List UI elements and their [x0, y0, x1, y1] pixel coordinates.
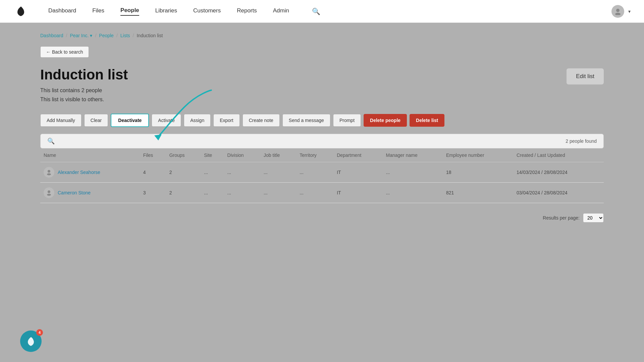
breadcrumb-dashboard[interactable]: Dashboard: [40, 33, 63, 38]
svg-point-0: [616, 9, 620, 12]
col-employee-number: Employee number: [443, 148, 513, 162]
nav-people[interactable]: People: [120, 7, 139, 16]
assign-button[interactable]: Assign: [184, 114, 211, 127]
page-header: Induction list This list contains 2 peop…: [40, 67, 604, 104]
create-note-button[interactable]: Create note: [243, 114, 280, 127]
row2-site: ...: [201, 183, 224, 203]
row2-name-link[interactable]: Cameron Stone: [58, 190, 91, 195]
activate-button[interactable]: Activate: [152, 114, 181, 127]
row1-job-title: ...: [260, 162, 296, 183]
svg-point-1: [615, 13, 621, 15]
search-input[interactable]: [58, 138, 566, 144]
delete-people-button[interactable]: Delete people: [364, 114, 407, 127]
svg-point-5: [48, 190, 50, 193]
col-department: Department: [333, 148, 382, 162]
row1-files: 4: [140, 162, 166, 183]
row2-created-updated: 03/04/2024 / 28/08/2024: [513, 183, 604, 203]
col-division: Division: [224, 148, 260, 162]
people-table: Name Files Groups Site Division Job titl…: [40, 148, 604, 203]
main-content: Dashboard / Pear Inc. ▾ / People / Lists…: [0, 23, 644, 233]
people-table-wrap: Name Files Groups Site Division Job titl…: [40, 148, 604, 203]
table-row: Alexander Seahorse 4 2 ... ... ... ... I…: [40, 162, 604, 183]
bottom-widget[interactable]: 4: [20, 330, 42, 352]
row1-name-link[interactable]: Alexander Seahorse: [58, 170, 100, 175]
page-title: Induction list: [40, 67, 128, 82]
row1-manager: ...: [383, 162, 443, 183]
back-to-search-button[interactable]: ← Back to search: [40, 46, 89, 58]
breadcrumb-org[interactable]: Pear Inc. ▾: [70, 33, 92, 38]
row2-manager: ...: [383, 183, 443, 203]
results-per-page-select[interactable]: 20 50 100: [583, 213, 604, 223]
col-site: Site: [201, 148, 224, 162]
edit-list-button[interactable]: Edit list: [567, 68, 604, 84]
breadcrumb-sep-4: /: [133, 33, 134, 38]
col-groups: Groups: [166, 148, 201, 162]
page-info: Induction list This list contains 2 peop…: [40, 67, 128, 104]
row1-name-cell: Alexander Seahorse: [40, 162, 140, 183]
breadcrumb-current: Induction list: [137, 33, 163, 38]
col-created-updated: Created / Last Updated: [513, 148, 604, 162]
widget-badge: 4: [36, 329, 43, 336]
nav-libraries[interactable]: Libraries: [155, 7, 177, 15]
col-files: Files: [140, 148, 166, 162]
chevron-down-icon: ▾: [90, 33, 92, 38]
row1-site: ...: [201, 162, 224, 183]
row2-territory: ...: [296, 183, 333, 203]
nav-reports[interactable]: Reports: [237, 7, 257, 15]
nav-files[interactable]: Files: [92, 7, 104, 15]
row1-employee-number: 18: [443, 162, 513, 183]
send-message-button[interactable]: Send a message: [282, 114, 330, 127]
svg-point-6: [47, 194, 51, 196]
nav-customers[interactable]: Customers: [193, 7, 221, 15]
search-row: 🔍 2 people found: [40, 134, 604, 148]
col-territory: Territory: [296, 148, 333, 162]
row2-employee-number: 821: [443, 183, 513, 203]
chevron-down-icon[interactable]: ▾: [628, 9, 631, 14]
row1-territory: ...: [296, 162, 333, 183]
breadcrumb-sep-1: /: [66, 33, 67, 38]
svg-point-4: [47, 173, 51, 175]
breadcrumb-lists[interactable]: Lists: [120, 33, 130, 38]
nav-dashboard[interactable]: Dashboard: [48, 7, 76, 15]
navigation: Dashboard Files People Libraries Custome…: [0, 0, 644, 23]
delete-list-button[interactable]: Delete list: [410, 114, 444, 127]
table-row: Cameron Stone 3 2 ... ... ... ... IT ...…: [40, 183, 604, 203]
avatar[interactable]: [611, 5, 624, 18]
svg-point-3: [48, 170, 50, 173]
nav-right: ▾: [611, 5, 631, 18]
col-name: Name: [40, 148, 140, 162]
row1-created-updated: 14/03/2024 / 28/08/2024: [513, 162, 604, 183]
breadcrumb-sep-2: /: [95, 33, 96, 38]
avatar: [44, 187, 54, 198]
row2-job-title: ...: [260, 183, 296, 203]
row2-files: 3: [140, 183, 166, 203]
row1-division: ...: [224, 162, 260, 183]
row2-groups: 2: [166, 183, 201, 203]
col-manager: Manager name: [383, 148, 443, 162]
col-job-title: Job title: [260, 148, 296, 162]
avatar: [44, 167, 54, 178]
breadcrumb-people[interactable]: People: [99, 33, 114, 38]
app-logo[interactable]: [13, 4, 28, 19]
clear-button[interactable]: Clear: [84, 114, 108, 127]
search-results-count: 2 people found: [566, 138, 597, 144]
subtitle-line2: This list is visible to others.: [40, 95, 128, 104]
row2-division: ...: [224, 183, 260, 203]
nav-admin[interactable]: Admin: [273, 7, 289, 15]
subtitle-line1: This list contains 2 people: [40, 86, 128, 95]
deactivate-button[interactable]: Deactivate: [111, 114, 149, 127]
prompt-button[interactable]: Prompt: [333, 114, 361, 127]
row1-department: IT: [333, 162, 382, 183]
results-per-page-label: Results per page:: [543, 215, 580, 221]
row2-department: IT: [333, 183, 382, 203]
search-icon[interactable]: 🔍: [312, 7, 320, 15]
row1-groups: 2: [166, 162, 201, 183]
breadcrumb-sep-3: /: [116, 33, 118, 38]
export-button[interactable]: Export: [213, 114, 239, 127]
row2-name-cell: Cameron Stone: [40, 183, 140, 203]
add-manually-button[interactable]: Add Manually: [40, 114, 82, 127]
page-subtitle: This list contains 2 people This list is…: [40, 86, 128, 104]
search-icon: 🔍: [47, 137, 55, 145]
nav-links: Dashboard Files People Libraries Custome…: [48, 7, 611, 16]
breadcrumb: Dashboard / Pear Inc. ▾ / People / Lists…: [40, 33, 604, 38]
